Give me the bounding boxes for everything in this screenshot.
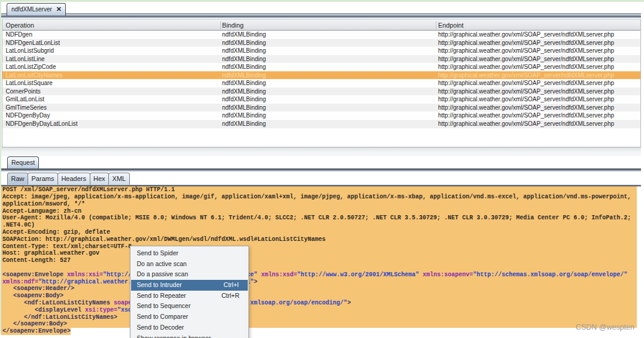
menu-item-send-to-spider[interactable]: Send to Spider [130,248,249,259]
table-row[interactable]: LatLonListSubgridndfdXMLBindinghttp://gr… [2,47,640,55]
request-line: .NET4.0C) [1,222,637,229]
request-line: Content-Length: 527 [1,257,637,264]
tab-label: Request [11,159,35,166]
menu-item-label: Do an active scan [137,260,187,267]
menu-item-send-to-comparer[interactable]: Send to Comparer [130,312,249,322]
request-line: <soapenv:Body> [1,292,637,300]
endpoint-cell: http://graphical.weather.gov/xml/SOAP_se… [438,63,614,71]
operation-cell: GmlLatLonList [6,95,44,104]
table-row[interactable]: NDFDgenLatLonListndfdXMLBindinghttp://gr… [2,39,640,47]
menu-item-label: Send to Decoder [137,324,184,331]
endpoint-cell: http://graphical.weather.gov/xml/SOAP_se… [438,95,614,104]
operation-cell: LatLonListZipCode [6,63,56,71]
table-row[interactable]: NDFDgenByDayLatLonListndfdXMLBindinghttp… [2,120,640,128]
operation-cell: NDFDgenByDay [6,111,50,120]
subtab-xml[interactable]: XML [108,173,130,185]
request-line: xmlns:ndf="http://graphical.weather.gov/… [1,279,637,286]
binding-cell: ndfdXMLBinding [222,71,266,80]
endpoint-cell: http://graphical.weather.gov/xml/SOAP_se… [438,87,614,96]
binding-cell: ndfdXMLBinding [222,31,266,39]
menu-item-do-an-active-scan[interactable]: Do an active scan [130,259,249,270]
endpoint-cell: http://graphical.weather.gov/xml/SOAP_se… [438,31,614,39]
menu-item-label: Send to Sequencer [137,302,191,309]
operation-cell: LatLonListCityNames [6,71,63,80]
endpoint-cell: http://graphical.weather.gov/xml/SOAP_se… [438,120,614,128]
screenshot-border-top [0,0,644,2]
request-line: Accept: image/jpeg, application/x-ms-app… [1,194,637,201]
operations-table: Operation Binding Endpoint NDFDgenndfdXM… [2,19,641,147]
operation-cell: LatLonListLine [6,55,45,64]
subtab-hex[interactable]: Hex [90,173,110,185]
operation-cell: NDFDgenByDayLatLonList [6,120,78,128]
endpoint-cell: http://graphical.weather.gov/xml/SOAP_se… [438,104,614,112]
request-line: </soapenv:Envelope> [1,328,637,335]
menu-item-label: Show response in browser [137,334,211,338]
endpoint-cell: http://graphical.weather.gov/xml/SOAP_se… [438,47,614,55]
subtab-raw[interactable]: Raw [7,173,28,185]
table-row[interactable]: GmlLatLonListndfdXMLBindinghttp://graphi… [2,95,640,104]
table-row[interactable]: LatLonListSquarendfdXMLBindinghttp://gra… [2,79,640,87]
tab-ndfdxmlserver[interactable]: ndfdXMLserver ✕ [7,3,66,16]
context-menu: Send to SpiderDo an active scanDo a pass… [130,246,250,338]
tab-close-icon[interactable]: ✕ [56,5,62,13]
menu-item-send-to-intruder[interactable]: Send to IntruderCtrl+I [131,280,248,291]
table-row[interactable]: NDFDgenndfdXMLBindinghttp://graphical.we… [2,31,640,39]
binding-cell: ndfdXMLBinding [222,120,266,128]
request-line: SOAPAction: http://graphical.weather.gov… [1,236,637,243]
menu-item-send-to-decoder[interactable]: Send to Decoder [130,322,249,333]
endpoint-cell: http://graphical.weather.gov/xml/SOAP_se… [438,39,614,47]
request-line: POST /xml/SOAP_server/ndfdXMLserver.php … [1,186,637,194]
column-header-operation[interactable]: Operation [6,22,34,29]
menu-item-send-to-repeater[interactable]: Send to RepeaterCtrl+R [130,291,249,301]
binding-cell: ndfdXMLBinding [222,63,266,71]
request-line: User-Agent: Mozilla/4.0 (compatible; MSI… [1,215,637,222]
menu-item-do-a-passive-scan[interactable]: Do a passive scan [130,269,249,280]
table-row[interactable]: LatLonListCityNamesndfdXMLBindinghttp://… [2,71,640,80]
binding-cell: ndfdXMLBinding [222,39,266,47]
table-row[interactable]: LatLonListZipCodendfdXMLBindinghttp://gr… [2,63,640,71]
binding-cell: ndfdXMLBinding [222,87,266,96]
request-line [1,264,637,271]
menu-item-label: Send to Comparer [137,313,189,320]
endpoint-cell: http://graphical.weather.gov/xml/SOAP_se… [438,71,614,80]
column-header-binding[interactable]: Binding [222,22,244,29]
binding-cell: ndfdXMLBinding [222,79,266,87]
binding-cell: ndfdXMLBinding [222,95,266,104]
table-row[interactable]: LatLonListLinendfdXMLBindinghttp://graph… [2,55,640,64]
splitter-handle[interactable] [1,147,641,156]
endpoint-cell: http://graphical.weather.gov/xml/SOAP_se… [438,79,614,87]
table-row[interactable]: GmlTimeSeriesndfdXMLBindinghttp://graphi… [2,104,640,112]
request-line: application/msword, */* [1,201,637,208]
menu-item-show-response-in-browser[interactable]: Show response in browser [130,333,249,338]
subtab-params[interactable]: Params [28,173,58,185]
table-row[interactable]: NDFDgenByDayndfdXMLBindinghttp://graphic… [2,111,640,120]
binding-cell: ndfdXMLBinding [222,104,266,112]
column-header-endpoint[interactable]: Endpoint [438,22,464,29]
request-line: </ndf:LatLonListCityNames> [1,314,637,321]
operations-table-header: Operation Binding Endpoint [2,19,640,31]
request-line: Accept-Encoding: gzip, deflate [1,229,637,236]
operation-cell: NDFDgenLatLonList [6,39,60,47]
table-row[interactable]: CornerPointsndfdXMLBindinghttp://graphic… [2,87,640,96]
menu-item-shortcut: Ctrl+R [221,291,239,301]
request-editor[interactable]: POST /xml/SOAP_server/ndfdXMLserver.php … [1,186,641,338]
request-line: Accept-Language: zh-cn [1,208,637,215]
subtab-headers[interactable]: Headers [57,173,90,185]
operation-cell: CornerPoints [6,87,41,96]
request-line: <soapenv:Header/> [1,285,637,292]
operation-cell: NDFDgen [6,31,32,39]
menu-item-label: Do a passive scan [137,270,189,277]
request-line: <soapenv:Envelope xmlns:xsi="http://www.… [1,271,637,279]
watermark: CSDN @wespten [576,323,634,331]
binding-cell: ndfdXMLBinding [222,111,266,120]
menu-item-label: Send to Intruder [137,281,182,288]
binding-cell: ndfdXMLBinding [222,47,266,55]
tab-request[interactable]: Request [7,156,39,169]
main-tabstrip-band [1,13,641,19]
operation-cell: LatLonListSquare [6,79,53,87]
menu-item-send-to-sequencer[interactable]: Send to Sequencer [130,301,249,312]
operation-cell: GmlTimeSeries [6,104,47,112]
request-line: <displayLevel xsi:type="xsd:integer">2</… [1,307,637,314]
request-line: Content-Type: text/xml;charset=UTF-8 [1,243,637,251]
binding-cell: ndfdXMLBinding [222,55,266,64]
